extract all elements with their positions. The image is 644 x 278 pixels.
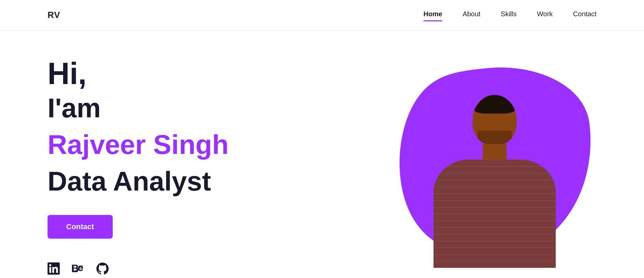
nav-item-work[interactable]: Work [537, 10, 553, 20]
linkedin-icon[interactable] [48, 262, 60, 275]
person-body-stripe [434, 159, 556, 268]
hero-greeting: Hi, [48, 58, 285, 90]
nav-item-skills[interactable]: Skills [501, 10, 517, 20]
hero-intro: I'am Rajveer Singh [48, 93, 285, 160]
nav-item-home[interactable]: Home [423, 10, 442, 20]
person-head [473, 95, 517, 146]
hero-name: Rajveer Singh [48, 130, 229, 160]
person-body [434, 159, 556, 268]
hero-image [366, 58, 596, 268]
person-figure [413, 85, 576, 268]
hero-content: Hi, I'am Rajveer Singh Data Analyst Cont… [48, 51, 285, 275]
hero-role: Data Analyst [48, 166, 285, 196]
person-beard [478, 131, 512, 144]
contact-button[interactable]: Contact [48, 215, 113, 239]
social-links [48, 262, 285, 275]
hero-section: Hi, I'am Rajveer Singh Data Analyst Cont… [0, 31, 644, 278]
hero-person-image [403, 78, 586, 268]
behance-icon[interactable] [72, 262, 84, 275]
github-icon[interactable] [96, 262, 109, 275]
main-nav: Home About Skills Work Contact [423, 10, 596, 20]
hero-intro-prefix: I'am [48, 93, 101, 123]
nav-item-about[interactable]: About [463, 10, 480, 20]
person-hair [473, 95, 517, 114]
site-logo[interactable]: RV [48, 10, 60, 20]
header: RV Home About Skills Work Contact [0, 0, 644, 31]
nav-item-contact[interactable]: Contact [573, 10, 596, 20]
